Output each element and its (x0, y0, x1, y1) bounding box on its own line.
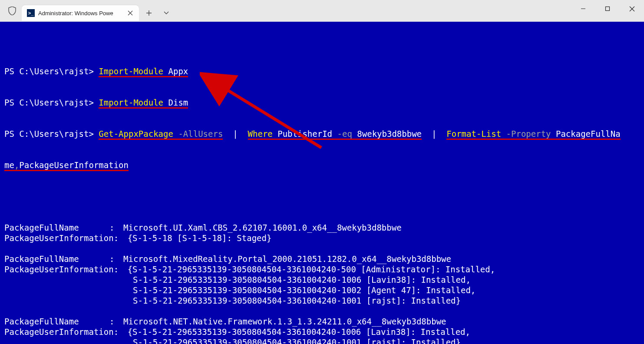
output-row: PackageFullName: Microsoft.NET.Native.Fr… (4, 316, 640, 327)
command-line-3: PS C:\Users\rajst> Get-AppxPackage -AllU… (4, 129, 640, 139)
output-row-cont: S-1-5-21-2965335139-3050804504-336100424… (133, 337, 640, 344)
output-row: PackageFullName: Microsoft.MixedReality.… (4, 254, 640, 264)
command-output: PackageFullName: Microsoft.UI.Xaml.CBS_2… (4, 202, 640, 344)
output-row-cont: S-1-5-21-2965335139-3050804504-336100424… (133, 285, 640, 295)
new-tab-button[interactable] (142, 6, 156, 20)
terminal-pane[interactable]: PS C:\Users\rajst> Import-Module Appx PS… (0, 22, 644, 344)
close-button[interactable] (620, 0, 644, 17)
output-row-cont: S-1-5-21-2965335139-3050804504-336100424… (133, 275, 640, 285)
shield-icon (7, 6, 17, 16)
maximize-button[interactable] (595, 0, 620, 17)
window-controls (571, 0, 644, 22)
command-line-1: PS C:\Users\rajst> Import-Module Appx (4, 66, 640, 76)
output-row: PackageUserInformation: {S-1-5-21-296533… (4, 327, 640, 337)
command-line-2: PS C:\Users\rajst> Import-Module Dism (4, 97, 640, 108)
tab-close-button[interactable] (126, 9, 135, 17)
powershell-icon: >_ (27, 9, 35, 17)
output-row: PackageFullName: Microsoft.UI.Xaml.CBS_2… (4, 222, 640, 233)
tab[interactable]: >_ Administrator: Windows Powe (22, 5, 139, 21)
minimize-button[interactable] (571, 0, 595, 17)
command-line-3b: me,PackageUserInformation (4, 160, 640, 170)
tab-title: Administrator: Windows Powe (38, 10, 123, 17)
output-row-cont: S-1-5-21-2965335139-3050804504-336100424… (133, 295, 640, 306)
titlebar: >_ Administrator: Windows Powe (0, 0, 644, 22)
app-window: >_ Administrator: Windows Powe (0, 0, 644, 344)
output-row: PackageUserInformation: {S-1-5-18 [S-1-5… (4, 233, 640, 243)
tab-dropdown-button[interactable] (159, 6, 174, 20)
output-row: PackageUserInformation: {S-1-5-21-296533… (4, 264, 640, 275)
svg-rect-0 (606, 7, 610, 11)
